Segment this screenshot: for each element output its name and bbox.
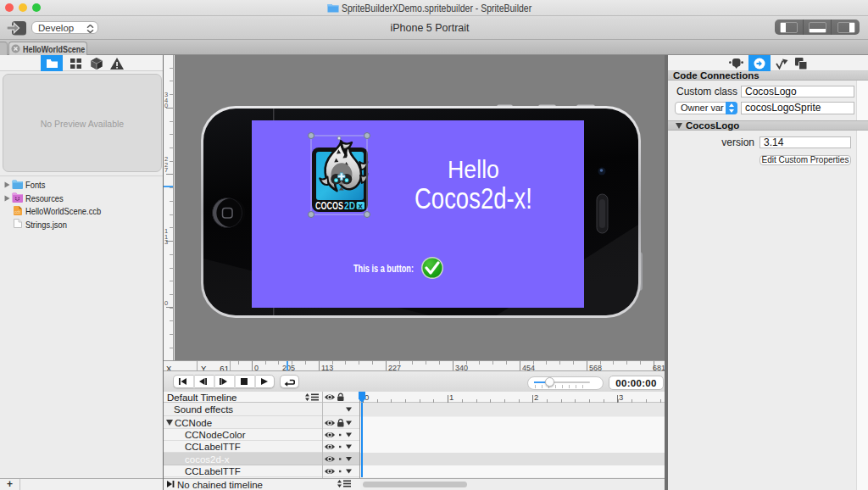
svg-text:This is a button:: This is a button: <box>353 262 414 275</box>
svg-text:ccb: ccb <box>14 210 21 214</box>
svg-text:2D: 2D <box>344 199 355 212</box>
svg-text:COCOS: COCOS <box>315 199 343 212</box>
svg-text:Cocos2d-x!: Cocos2d-x! <box>415 181 532 214</box>
svg-text:x: x <box>359 201 364 210</box>
svg-text:Hello: Hello <box>448 156 499 183</box>
